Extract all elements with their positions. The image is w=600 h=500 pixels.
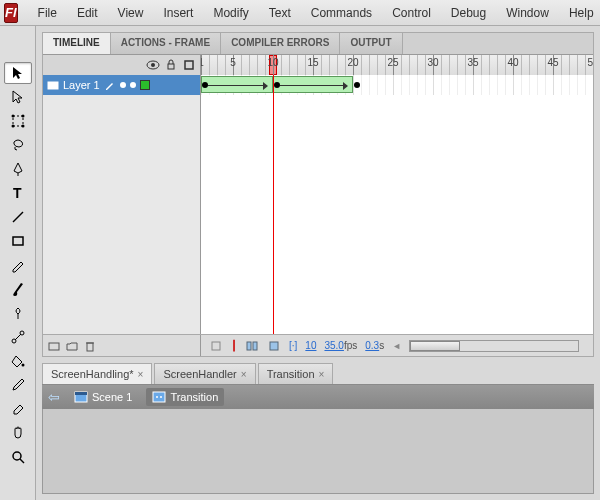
line-tool[interactable] [4,206,32,228]
edit-multiple-frames-button[interactable] [267,339,281,353]
brush-tool[interactable] [4,278,32,300]
menu-edit[interactable]: Edit [67,2,108,24]
svg-point-4 [21,125,24,128]
menu-modify[interactable]: Modify [203,2,258,24]
selection-tool[interactable] [4,62,32,84]
paint-bucket-tool[interactable] [4,350,32,372]
eraser-tool[interactable] [4,398,32,420]
svg-rect-24 [247,342,251,350]
doc-tab-screenhandler[interactable]: ScreenHandler× [154,363,255,384]
svg-text:T: T [13,185,22,201]
menu-control[interactable]: Control [382,2,441,24]
doc-tab-label: ScreenHandler [163,368,236,380]
menu-help[interactable]: Help [559,2,600,24]
svg-line-14 [20,459,24,463]
center-frame-button[interactable]: ┃ [231,340,237,351]
menu-window[interactable]: Window [496,2,559,24]
svg-point-12 [21,364,24,367]
layer-visible-dot[interactable] [120,82,126,88]
svg-point-3 [11,125,14,128]
delete-layer-button[interactable] [83,339,97,353]
menu-insert[interactable]: Insert [153,2,203,24]
tools-panel: T [0,26,36,500]
layer-lock-dot[interactable] [130,82,136,88]
menu-bar: Fl File Edit View Insert Modify Text Com… [0,0,600,26]
fps-unit: fps [344,340,357,351]
svg-rect-28 [75,392,87,395]
pen-tool[interactable] [4,158,32,180]
new-folder-button[interactable] [65,339,79,353]
stage-canvas[interactable] [42,409,594,494]
text-tool[interactable]: T [4,182,32,204]
outline-icon[interactable] [182,58,196,72]
movieclip-icon [152,390,166,404]
menu-text[interactable]: Text [259,2,301,24]
svg-point-16 [151,63,155,67]
tab-output[interactable]: OUTPUT [340,33,402,54]
breadcrumb-label: Transition [170,391,218,403]
close-icon[interactable]: × [319,369,325,380]
back-button[interactable]: ⇦ [48,389,60,405]
free-transform-tool[interactable] [4,110,32,132]
rectangle-tool[interactable] [4,230,32,252]
menu-file[interactable]: File [28,2,67,24]
svg-point-2 [21,115,24,118]
scroll-left-button[interactable]: ◄ [392,341,401,351]
svg-point-30 [156,396,158,398]
visibility-icon[interactable] [146,58,160,72]
layer-name: Layer 1 [63,79,100,91]
document-tabs: ScreenHandling*× ScreenHandler× Transiti… [42,363,594,385]
hand-tool[interactable] [4,422,32,444]
layer-color-swatch[interactable] [140,80,150,90]
timeline-ruler[interactable]: 15101520253035404550 [201,55,593,75]
menu-view[interactable]: View [108,2,154,24]
breadcrumb-scene[interactable]: Scene 1 [68,388,138,406]
loop-button[interactable]: [·] [289,340,297,351]
svg-rect-18 [185,61,193,69]
bone-tool[interactable] [4,326,32,348]
onion-skin-outlines-button[interactable] [245,339,259,353]
elapsed-value[interactable]: 0.3 [365,340,379,351]
scrollbar-thumb[interactable] [410,341,460,351]
onion-skin-button[interactable] [209,339,223,353]
close-icon[interactable]: × [241,369,247,380]
doc-tab-label: Transition [267,368,315,380]
fps-value[interactable]: 35.0 [324,340,343,351]
svg-point-31 [160,396,162,398]
doc-tab-screenhandling[interactable]: ScreenHandling*× [42,363,152,384]
svg-rect-26 [270,342,278,350]
lasso-tool[interactable] [4,134,32,156]
layer-row[interactable]: Layer 1 [43,75,200,95]
tab-timeline[interactable]: TIMELINE [43,33,111,54]
menu-debug[interactable]: Debug [441,2,496,24]
doc-tab-label: ScreenHandling* [51,368,134,380]
layer-icon [47,79,59,91]
close-icon[interactable]: × [138,369,144,380]
frame-area[interactable] [201,75,593,334]
breadcrumb-clip[interactable]: Transition [146,388,224,406]
svg-rect-21 [87,343,93,351]
app-logo: Fl [4,3,18,23]
edit-bar: ⇦ Scene 1 Transition [42,385,594,409]
svg-rect-0 [13,116,23,126]
timeline-scrollbar[interactable] [409,340,579,352]
subselection-tool[interactable] [4,86,32,108]
tab-compiler-errors[interactable]: COMPILER ERRORS [221,33,340,54]
layer-column: Layer 1 [43,75,201,334]
menu-commands[interactable]: Commands [301,2,382,24]
svg-point-13 [13,452,21,460]
zoom-tool[interactable] [4,446,32,468]
svg-point-1 [11,115,14,118]
new-layer-button[interactable] [47,339,61,353]
svg-rect-19 [48,82,58,89]
lock-icon[interactable] [164,58,178,72]
breadcrumb-label: Scene 1 [92,391,132,403]
deco-tool[interactable] [4,302,32,324]
doc-tab-transition[interactable]: Transition× [258,363,334,384]
current-frame-value[interactable]: 10 [305,340,316,351]
pencil-tool[interactable] [4,254,32,276]
eyedropper-tool[interactable] [4,374,32,396]
tab-actions[interactable]: ACTIONS - FRAME [111,33,221,54]
svg-line-7 [13,212,23,222]
playhead-line [273,75,274,334]
